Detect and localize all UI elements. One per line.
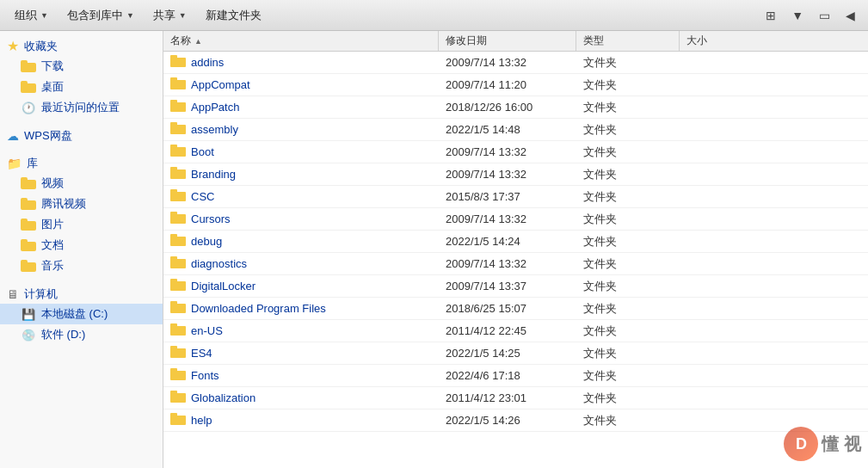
file-type-cell: 文件夹 <box>576 98 680 117</box>
include-library-button[interactable]: 包含到库中 ▼ <box>59 4 142 27</box>
svg-rect-21 <box>170 279 177 283</box>
svg-rect-29 <box>170 368 177 373</box>
file-name: AppCompat <box>191 78 250 91</box>
folder-icon <box>170 189 186 204</box>
table-row[interactable]: addins 2009/7/14 13:32 文件夹 <box>163 52 868 74</box>
window-icon: ▭ <box>819 9 830 22</box>
back-icon: ◀ <box>846 9 855 22</box>
sidebar-item-document[interactable]: 文档 <box>0 235 163 256</box>
file-size-cell <box>680 106 766 109</box>
table-row[interactable]: debug 2022/1/5 14:24 文件夹 <box>163 231 868 253</box>
table-row[interactable]: CSC 2015/8/3 17:37 文件夹 <box>163 186 868 208</box>
sidebar-item-music[interactable]: 音乐 <box>0 256 163 276</box>
file-date-cell: 2022/4/6 17:18 <box>439 367 576 384</box>
folder-icon <box>170 301 186 316</box>
back-button[interactable]: ◀ <box>840 5 861 26</box>
folder-icon <box>170 122 186 137</box>
file-date-cell: 2022/1/5 14:48 <box>439 121 576 138</box>
sidebar-item-recent[interactable]: 🕐 最近访问的位置 <box>0 97 163 118</box>
sidebar-item-video[interactable]: 视频 <box>0 173 163 194</box>
file-date-cell: 2022/1/5 14:26 <box>439 412 576 428</box>
view-chevron-icon: ▼ <box>791 9 803 22</box>
svg-rect-5 <box>170 100 177 104</box>
file-size-cell <box>680 419 766 422</box>
organize-button[interactable]: 组织 ▼ <box>7 4 56 27</box>
table-row[interactable]: ES4 2022/1/5 14:25 文件夹 <box>163 342 868 365</box>
file-date-cell: 2018/12/26 16:00 <box>439 99 576 115</box>
file-type-cell: 文件夹 <box>576 344 680 363</box>
table-row[interactable]: assembly 2022/1/5 14:48 文件夹 <box>163 119 868 141</box>
col-header-type[interactable]: 类型 <box>576 31 680 51</box>
view-chevron-button[interactable]: ▼ <box>785 5 810 26</box>
table-row[interactable]: en-US 2011/4/12 22:45 文件夹 <box>163 320 868 342</box>
file-date-cell: 2009/7/14 13:37 <box>439 278 576 294</box>
file-name-cell: DigitalLocker <box>163 277 439 295</box>
file-type-cell: 文件夹 <box>576 76 680 95</box>
table-row[interactable]: Downloaded Program Files 2018/6/25 15:07… <box>163 298 868 320</box>
favorites-label: 收藏夹 <box>24 39 58 54</box>
col-header-date[interactable]: 修改日期 <box>439 31 576 51</box>
svg-rect-11 <box>170 167 177 171</box>
file-size-cell <box>680 218 766 221</box>
download-label: 下载 <box>41 58 64 74</box>
file-name-cell: ES4 <box>163 344 439 362</box>
sidebar-item-tencent-video[interactable]: 腾讯视频 <box>0 194 163 214</box>
table-row[interactable]: Fonts 2022/4/6 17:18 文件夹 <box>163 365 868 387</box>
view-grid-icon: ⊞ <box>766 9 776 22</box>
file-name: Fonts <box>191 369 219 382</box>
content-area: 名称 ▲ 修改日期 类型 大小 addins 2009/7/14 13:32 文… <box>163 31 868 468</box>
file-type-cell: 文件夹 <box>576 299 680 318</box>
file-list: addins 2009/7/14 13:32 文件夹 AppCompat 200… <box>163 52 868 432</box>
folder-icon <box>170 100 186 114</box>
sidebar-item-desktop[interactable]: 桌面 <box>0 77 163 97</box>
table-row[interactable]: Cursors 2009/7/14 13:32 文件夹 <box>163 208 868 231</box>
col-header-name[interactable]: 名称 ▲ <box>163 31 439 51</box>
table-row[interactable]: help 2022/1/5 14:26 文件夹 <box>163 410 868 432</box>
folder-icon <box>170 323 186 338</box>
share-chevron-icon: ▼ <box>179 11 187 20</box>
folder-icon <box>170 413 186 428</box>
table-row[interactable]: AppPatch 2018/12/26 16:00 文件夹 <box>163 96 868 119</box>
col-date-label: 修改日期 <box>446 34 487 48</box>
file-date-cell: 2018/6/25 15:07 <box>439 300 576 317</box>
sidebar-item-download[interactable]: 下载 <box>0 56 163 77</box>
file-name-cell: Boot <box>163 143 439 161</box>
svg-rect-27 <box>170 346 177 350</box>
sidebar-section-computer[interactable]: 🖥 计算机 <box>0 283 163 304</box>
col-header-size[interactable]: 大小 <box>680 31 766 51</box>
sidebar-section-library[interactable]: 📁 库 <box>0 152 163 173</box>
table-row[interactable]: diagnostics 2009/7/14 13:32 文件夹 <box>163 253 868 275</box>
view-toggle-button[interactable]: ⊞ <box>760 5 782 26</box>
sidebar-item-picture[interactable]: 图片 <box>0 214 163 235</box>
new-folder-button[interactable]: 新建文件夹 <box>198 4 269 27</box>
table-row[interactable]: Branding 2009/7/14 13:32 文件夹 <box>163 163 868 186</box>
window-button[interactable]: ▭ <box>813 5 836 26</box>
table-row[interactable]: Globalization 2011/4/12 23:01 文件夹 <box>163 387 868 410</box>
file-date-cell: 2009/7/14 13:32 <box>439 256 576 272</box>
svg-rect-3 <box>170 77 177 82</box>
file-size-cell <box>680 307 766 311</box>
sidebar-section-favorites[interactable]: ★ 收藏夹 <box>0 34 163 56</box>
folder-icon <box>170 77 186 92</box>
file-date-cell: 2022/1/5 14:25 <box>439 345 576 361</box>
file-name-cell: Globalization <box>163 389 439 407</box>
file-name: assembly <box>191 123 238 136</box>
share-button[interactable]: 共享 ▼ <box>145 4 194 27</box>
tencent-video-icon <box>21 197 36 211</box>
sidebar-item-soft-disk[interactable]: 💿 软件 (D:) <box>0 324 163 345</box>
svg-rect-9 <box>170 145 177 149</box>
picture-label: 图片 <box>41 217 64 232</box>
include-library-chevron-icon: ▼ <box>126 11 134 20</box>
cloud-icon: ☁ <box>7 129 19 143</box>
sidebar-section-wps[interactable]: ☁ WPS网盘 <box>0 125 163 145</box>
organize-chevron-icon: ▼ <box>40 11 48 20</box>
file-size-cell <box>680 195 766 199</box>
table-row[interactable]: DigitalLocker 2009/7/14 13:37 文件夹 <box>163 275 868 298</box>
table-row[interactable]: Boot 2009/7/14 13:32 文件夹 <box>163 141 868 163</box>
table-row[interactable]: AppCompat 2009/7/14 11:20 文件夹 <box>163 74 868 96</box>
sidebar-item-local-disk[interactable]: 💾 本地磁盘 (C:) <box>0 304 163 324</box>
file-name-cell: assembly <box>163 120 439 139</box>
folder-icon <box>170 346 186 360</box>
picture-icon <box>21 218 36 231</box>
folder-icon <box>170 145 186 159</box>
